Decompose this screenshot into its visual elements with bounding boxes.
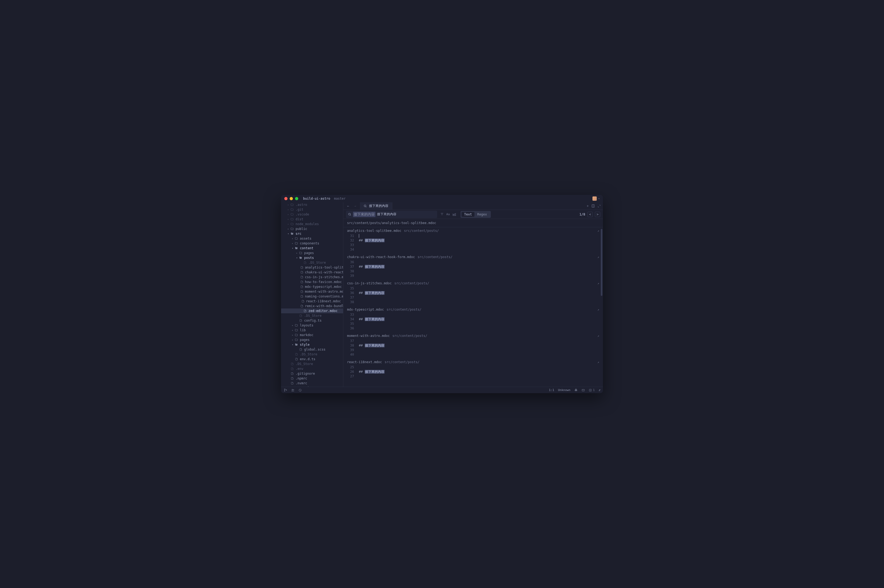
file-remix-with-mdx-bundler[interactable]: remix-with-mdx-bundler bbox=[281, 304, 343, 309]
code-line[interactable]: 40 bbox=[343, 352, 603, 357]
result-header[interactable]: analytics-tool-splitbee.mdocsrc/content/… bbox=[343, 227, 603, 234]
code-line[interactable]: 38## 接下來的內容 bbox=[343, 344, 603, 348]
folder-.git[interactable]: ▸.git bbox=[281, 207, 343, 212]
scrollbar-thumb[interactable] bbox=[601, 229, 602, 296]
folder-.vscode[interactable]: ▸.vscode bbox=[281, 212, 343, 217]
file-.npmrc[interactable]: .npmrc bbox=[281, 376, 343, 381]
folder-components[interactable]: ▸components bbox=[281, 241, 343, 246]
expand-icon[interactable]: ↗ bbox=[597, 229, 599, 232]
expand-icon[interactable]: ↗ bbox=[597, 282, 599, 285]
code-line[interactable]: 35 bbox=[343, 322, 603, 326]
feedback-icon[interactable] bbox=[582, 388, 585, 392]
file-.DS_Store[interactable]: .DS_Store bbox=[281, 352, 343, 357]
maximize-pane-button[interactable] bbox=[598, 204, 601, 208]
filter-icon[interactable] bbox=[440, 213, 444, 216]
code-line[interactable]: 34 bbox=[343, 248, 603, 252]
folder-assets[interactable]: ▸assets bbox=[281, 236, 343, 241]
error-count[interactable]: 1 bbox=[589, 388, 595, 392]
git-branch[interactable]: master bbox=[334, 197, 346, 201]
code-line[interactable]: 36 bbox=[343, 260, 603, 264]
code-line[interactable]: 39 bbox=[343, 348, 603, 352]
mode-text[interactable]: Text bbox=[462, 212, 475, 217]
file-.DS_Store[interactable]: .DS_Store bbox=[281, 362, 343, 366]
source-control-icon[interactable] bbox=[284, 388, 287, 392]
whole-word-toggle[interactable]: wd bbox=[453, 213, 456, 216]
file-zed-editor.mdoc[interactable]: zed-editor.mdoc bbox=[281, 309, 343, 313]
file-.env[interactable]: .env bbox=[281, 366, 343, 371]
result-header[interactable]: mdx-typescript.mdocsrc/content/posts/↗ bbox=[343, 306, 603, 312]
folder-lib[interactable]: ▸lib bbox=[281, 328, 343, 333]
code-line[interactable]: 37## 接下來的內容 bbox=[343, 264, 603, 269]
code-line[interactable]: 26## 接下來的內容 bbox=[343, 370, 603, 374]
code-line[interactable]: 36 bbox=[343, 326, 603, 331]
expand-icon[interactable]: ↗ bbox=[597, 308, 599, 311]
result-header[interactable]: chakra-ui-with-react-hook-form.mdocsrc/c… bbox=[343, 254, 603, 260]
folder-pages[interactable]: ▸pages bbox=[281, 338, 343, 342]
file-moment-with-astro.mdoc[interactable]: moment-with-astro.mdoc bbox=[281, 289, 343, 294]
folder-public[interactable]: ▸public bbox=[281, 226, 343, 231]
file-config.ts[interactable]: config.ts bbox=[281, 318, 343, 323]
code-line[interactable]: 37 bbox=[343, 296, 603, 300]
code-line[interactable]: 27 bbox=[343, 374, 603, 379]
split-pane-button[interactable] bbox=[591, 204, 595, 208]
code-line[interactable]: 25 bbox=[343, 365, 603, 370]
expand-icon[interactable]: ↗ bbox=[597, 255, 599, 259]
folder-node_modules[interactable]: ▸node_modules bbox=[281, 222, 343, 226]
prev-match-button[interactable]: < bbox=[587, 212, 593, 217]
code-line[interactable]: 38 bbox=[343, 269, 603, 274]
file-global.scss[interactable]: global.scss bbox=[281, 347, 343, 352]
code-line[interactable]: 31 bbox=[343, 234, 603, 238]
folder-pages[interactable]: ▸pages bbox=[281, 250, 343, 255]
search-input[interactable] bbox=[377, 213, 435, 216]
file-react-i18next.mdoc[interactable]: react-i18next.mdoc bbox=[281, 299, 343, 304]
result-header[interactable]: css-in-js-stitches.mdocsrc/content/posts… bbox=[343, 280, 603, 286]
mode-regex[interactable]: Regex bbox=[474, 212, 490, 217]
file-how-to-favicon.mdoc[interactable]: how-to-favicon.mdoc bbox=[281, 279, 343, 284]
language-mode[interactable]: Unknown bbox=[558, 388, 570, 392]
code-line[interactable]: 35 bbox=[343, 286, 603, 291]
code-line[interactable]: 33 bbox=[343, 243, 603, 248]
expand-icon[interactable]: ↗ bbox=[597, 360, 599, 364]
file-.gitignore[interactable]: .gitignore bbox=[281, 371, 343, 376]
file-.DS_Store[interactable]: .DS_Store bbox=[281, 313, 343, 318]
file-.DS_Store[interactable]: .DS_Store bbox=[281, 260, 343, 265]
code-line[interactable]: 33 bbox=[343, 312, 603, 317]
case-sensitive-toggle[interactable]: Aa bbox=[446, 213, 450, 216]
next-match-button[interactable]: > bbox=[595, 212, 600, 217]
file-mdx-typescript.mdoc[interactable]: mdx-typescript.mdoc bbox=[281, 284, 343, 289]
code-line[interactable]: 37 bbox=[343, 339, 603, 344]
copilot-icon[interactable] bbox=[574, 388, 578, 392]
folder-layouts[interactable]: ▸layouts bbox=[281, 323, 343, 328]
code-line[interactable]: 38 bbox=[343, 300, 603, 304]
folder-.astro[interactable]: ▸.astro bbox=[281, 202, 343, 207]
folder-posts[interactable]: ▾posts bbox=[281, 255, 343, 260]
file-.nvmrc[interactable]: .nvmrc bbox=[281, 381, 343, 386]
nav-forward-button[interactable]: → bbox=[352, 203, 358, 209]
new-tab-button[interactable]: + bbox=[586, 204, 589, 208]
nav-back-button[interactable]: ← bbox=[346, 203, 351, 209]
expand-icon[interactable]: ↗ bbox=[597, 334, 599, 338]
diagnostics-icon[interactable] bbox=[299, 388, 302, 392]
zoom-window-button[interactable] bbox=[295, 197, 298, 200]
folder-src[interactable]: ▾src bbox=[281, 231, 343, 236]
code-line[interactable]: 34## 接下來的內容 bbox=[343, 317, 603, 322]
search-input-wrap[interactable]: 接下來的內容 bbox=[346, 211, 437, 218]
file-tree[interactable]: ▸.astro▸.git▸.vscode▸dist▸node_modules▸p… bbox=[281, 202, 343, 387]
zed-icon[interactable]: z bbox=[598, 388, 600, 392]
folder-style[interactable]: ▾style bbox=[281, 342, 343, 347]
code-line[interactable]: 36## 接下來的內容 bbox=[343, 291, 603, 296]
folder-markdoc[interactable]: ▸markdoc bbox=[281, 333, 343, 338]
code-line[interactable]: 39 bbox=[343, 274, 603, 278]
result-header[interactable]: moment-with-astro.mdocsrc/content/posts/… bbox=[343, 332, 603, 339]
file-chakra-ui-with-react-ho[interactable]: chakra-ui-with-react-ho bbox=[281, 270, 343, 275]
minimize-window-button[interactable] bbox=[290, 197, 293, 200]
search-results[interactable]: analytics-tool-splitbee.mdocsrc/content/… bbox=[343, 227, 603, 387]
user-avatar[interactable] bbox=[592, 196, 597, 201]
folder-dist[interactable]: ▸dist bbox=[281, 217, 343, 222]
folder-content[interactable]: ▾content bbox=[281, 246, 343, 250]
file-env.d.ts[interactable]: env.d.ts bbox=[281, 357, 343, 362]
file-css-in-js-stitches.mdoc[interactable]: css-in-js-stitches.mdoc bbox=[281, 275, 343, 279]
collab-icon[interactable] bbox=[291, 388, 295, 392]
code-line[interactable]: 32## 接下來的內容 bbox=[343, 238, 603, 243]
result-header[interactable]: react-i18next.mdocsrc/content/posts/↗ bbox=[343, 358, 603, 365]
